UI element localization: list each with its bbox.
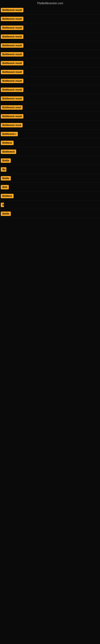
bottleneck-result-badge[interactable]: Bottleneck result	[1, 26, 23, 30]
bottleneck-result-badge[interactable]: Bottle	[1, 158, 11, 163]
list-item: Bottleneck result	[0, 76, 100, 85]
bottleneck-result-badge[interactable]: Bottleneck resul	[1, 105, 23, 110]
bottleneck-result-badge[interactable]: Bottleneck result	[1, 61, 23, 66]
list-item: Bottleneck result	[0, 59, 100, 68]
list-item: Bottleneck result	[0, 112, 100, 121]
bottleneck-result-badge[interactable]: Bottleneck result	[1, 79, 23, 83]
bottleneck-result-badge[interactable]: Bottleneck result	[1, 88, 23, 92]
bottleneck-result-badge[interactable]: Bottleneck result	[1, 114, 23, 118]
bottleneck-result-badge[interactable]: Bottleneck result	[1, 8, 23, 12]
bottleneck-result-badge[interactable]: Bottleneck r	[1, 132, 18, 136]
list-item: Bottle	[0, 174, 100, 183]
list-item: Bottleneck r	[0, 130, 100, 138]
list-item: Bottlene	[0, 192, 100, 200]
bottleneck-result-badge[interactable]: Bottle	[1, 212, 11, 216]
site-title-text: TheBottlenecker.com	[37, 2, 63, 5]
list-item: Bottleneck result	[0, 85, 100, 94]
list-item: Bottle	[0, 209, 100, 218]
list-item: Bottleneck result	[0, 14, 100, 23]
bottleneck-result-badge[interactable]: Bottlene	[1, 141, 14, 145]
bottleneck-result-badge[interactable]: Bottle	[1, 176, 11, 180]
bottleneck-result-badge[interactable]: Bottleneck result	[1, 17, 23, 21]
bottleneck-result-badge[interactable]: Bo	[1, 167, 6, 172]
site-title: TheBottlenecker.com	[0, 0, 100, 6]
list-item: Bottleneck result	[0, 41, 100, 50]
bottleneck-result-badge[interactable]: Bottleneck result	[1, 52, 23, 56]
list-item: Bottleneck result	[0, 50, 100, 59]
list-item: Bottleneck resul	[0, 103, 100, 112]
bottleneck-result-badge[interactable]: Bottleneck result	[1, 34, 23, 39]
bottleneck-result-badge[interactable]: Bottleneck result	[1, 96, 23, 101]
list-item: Bottle	[0, 156, 100, 165]
list-item: Bottleneck result	[0, 32, 100, 41]
bottleneck-result-badge[interactable]: Bottleneck	[1, 150, 16, 154]
list-item: Bottleneck result	[0, 6, 100, 14]
bottleneck-result-badge[interactable]: B	[1, 203, 4, 207]
list-item: Bottleneck result	[0, 94, 100, 103]
list-item: Bott	[0, 183, 100, 192]
bottleneck-result-badge[interactable]: Bottleneck resul	[1, 123, 23, 128]
bottleneck-result-badge[interactable]: Bott	[1, 185, 9, 190]
list-item: Bottleneck resul	[0, 121, 100, 130]
list-item: Bottleneck result	[0, 23, 100, 32]
list-item: Bottleneck result	[0, 68, 100, 76]
results-list: Bottleneck resultBottleneck resultBottle…	[0, 6, 100, 218]
list-item: B	[0, 200, 100, 209]
list-item: Bo	[0, 165, 100, 174]
bottleneck-result-badge[interactable]: Bottleneck result	[1, 43, 23, 48]
list-item: Bottlene	[0, 138, 100, 147]
bottleneck-result-badge[interactable]: Bottlene	[1, 194, 14, 198]
list-item: Bottleneck	[0, 147, 100, 156]
bottleneck-result-badge[interactable]: Bottleneck result	[1, 70, 23, 74]
